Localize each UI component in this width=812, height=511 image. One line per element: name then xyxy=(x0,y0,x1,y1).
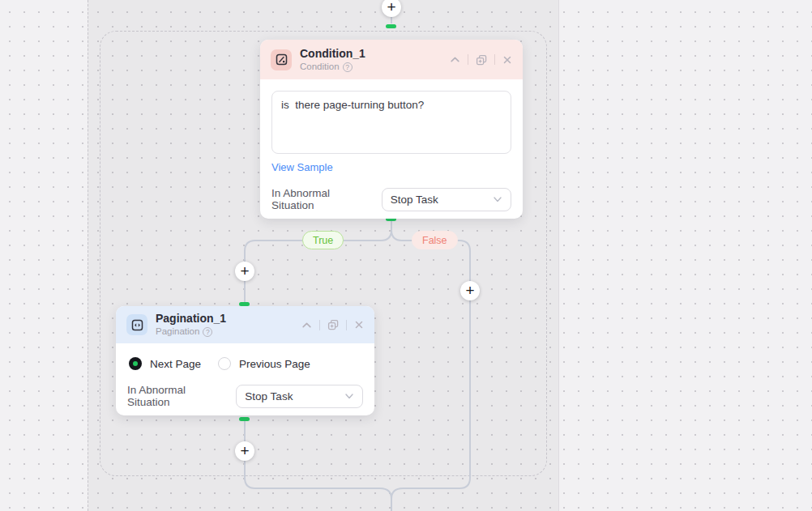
condition-node-titles: Condition_1 Condition xyxy=(300,47,450,73)
branch-label-true: True xyxy=(302,231,344,249)
condition-node-body: is there page-turning button? View Sampl… xyxy=(260,79,523,219)
help-icon[interactable] xyxy=(343,62,353,72)
condition-header-actions xyxy=(450,54,512,66)
condition-question-input[interactable]: is there page-turning button? xyxy=(271,91,511,154)
add-step-button-false-branch[interactable] xyxy=(460,281,480,300)
chevron-down-icon xyxy=(344,392,354,400)
abnormal-situation-label: In Abnormal Situation xyxy=(271,187,374,211)
view-sample-link[interactable]: View Sample xyxy=(271,161,333,173)
close-icon[interactable] xyxy=(354,320,364,330)
condition-node-type: Condition xyxy=(300,62,450,73)
pagination-node-body: Next Page Previous Page In Abnormal Situ… xyxy=(116,343,374,415)
help-icon[interactable] xyxy=(203,327,212,337)
collapse-icon[interactable] xyxy=(450,54,460,65)
condition-abnormal-row: In Abnormal Situation Stop Task xyxy=(271,187,511,211)
condition-node-header[interactable]: Condition_1 Condition xyxy=(260,40,523,79)
connector-pagination-bottom xyxy=(239,417,250,421)
pagination-node[interactable]: Pagination_1 Pagination xyxy=(116,306,374,415)
divider xyxy=(468,54,468,65)
pagination-node-header[interactable]: Pagination_1 Pagination xyxy=(116,306,374,343)
next-page-label: Next Page xyxy=(150,358,201,370)
pagination-node-icon xyxy=(126,314,147,335)
abnormal-situation-label: In Abnormal Situation xyxy=(127,384,228,408)
divider xyxy=(346,320,347,330)
radio-next-page[interactable]: Next Page xyxy=(129,357,201,370)
condition-node-title: Condition_1 xyxy=(300,47,450,60)
close-icon[interactable] xyxy=(502,55,512,65)
workflow-canvas[interactable]: True False Condition_1 Condition xyxy=(0,0,812,511)
true-label-text: True xyxy=(313,235,333,246)
radio-selected-icon[interactable] xyxy=(129,357,142,370)
false-label-text: False xyxy=(422,235,447,246)
pagination-header-actions xyxy=(301,319,364,330)
condition-abnormal-value: Stop Task xyxy=(391,194,486,206)
add-step-button-true-branch[interactable] xyxy=(235,262,254,281)
condition-abnormal-select[interactable]: Stop Task xyxy=(382,188,511,211)
divider xyxy=(494,54,495,65)
connector-loop-top xyxy=(386,24,396,28)
divider xyxy=(319,320,320,330)
pagination-node-titles: Pagination_1 Pagination xyxy=(156,312,301,338)
add-step-button-after-pagination[interactable] xyxy=(235,441,254,461)
duplicate-icon[interactable] xyxy=(327,319,339,330)
duplicate-icon[interactable] xyxy=(476,54,487,66)
radio-unselected-icon[interactable] xyxy=(218,357,231,370)
pagination-abnormal-row: In Abnormal Situation Stop Task xyxy=(127,384,363,408)
pagination-type-text: Pagination xyxy=(156,326,199,338)
branch-label-false: False xyxy=(412,231,458,249)
pagination-node-title: Pagination_1 xyxy=(156,312,301,325)
pagination-abnormal-value: Stop Task xyxy=(245,390,338,402)
radio-previous-page[interactable]: Previous Page xyxy=(218,357,310,370)
condition-type-text: Condition xyxy=(300,62,340,73)
pagination-abnormal-select[interactable]: Stop Task xyxy=(236,385,363,408)
condition-node-icon xyxy=(271,49,292,70)
pagination-node-type: Pagination xyxy=(156,326,301,338)
pagination-direction-options: Next Page Previous Page xyxy=(127,355,363,372)
previous-page-label: Previous Page xyxy=(239,358,310,370)
condition-node[interactable]: Condition_1 Condition xyxy=(260,40,523,219)
chevron-down-icon xyxy=(493,195,502,203)
collapse-icon[interactable] xyxy=(301,320,312,330)
